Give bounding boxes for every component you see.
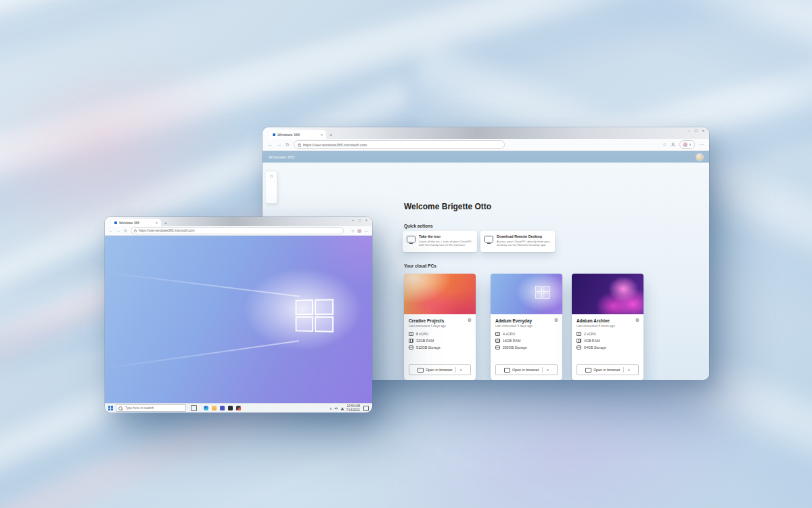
profile-avatar bbox=[683, 142, 687, 147]
tab-windows-365[interactable]: Windows 365 × bbox=[269, 130, 326, 139]
spec-list: 2 vCPU 4GB RAM 64GB Storage bbox=[577, 332, 606, 350]
profile-avatar[interactable] bbox=[357, 229, 361, 233]
file-explorer-icon[interactable] bbox=[212, 406, 217, 410]
toolbar-right: ☆ ⋯ bbox=[351, 228, 368, 233]
minimize-button[interactable]: – bbox=[688, 129, 690, 133]
cloud-pc-card: Adatum Everyday ⚙ Last connected 3 days … bbox=[491, 274, 562, 380]
quick-actions-label: Quick actions bbox=[404, 224, 433, 228]
search-input[interactable] bbox=[124, 406, 183, 410]
chevron-down-icon[interactable]: ∨ bbox=[627, 368, 630, 372]
welcome-heading: Welcome Brigette Otto bbox=[404, 202, 491, 211]
close-button[interactable]: × bbox=[365, 218, 367, 222]
tab-windows-365[interactable]: Windows 365 × bbox=[111, 219, 161, 226]
close-button[interactable]: × bbox=[702, 129, 704, 133]
cpu-value: 2 vCPU bbox=[584, 332, 596, 336]
spec-storage: 512GB Storage bbox=[409, 345, 441, 350]
clock-time: 10:54 AM bbox=[346, 404, 360, 408]
edge-icon[interactable] bbox=[204, 406, 208, 410]
quick-action-download-remote-desktop[interactable]: Download Remote Desktop Access your Clou… bbox=[480, 231, 555, 252]
storage-value: 256GB Storage bbox=[503, 345, 527, 350]
address-bar[interactable]: https://user.windows365.microsoft.com bbox=[294, 140, 505, 149]
browser-toolbar: ← → ↻ https://user.windows365.microsoft.… bbox=[263, 139, 709, 151]
gear-icon[interactable]: ⚙ bbox=[468, 318, 472, 323]
profile-chip[interactable]: ∨ bbox=[679, 140, 695, 149]
button-divider bbox=[623, 367, 624, 373]
cloud-pc-thumbnail bbox=[404, 274, 476, 314]
forward-icon[interactable]: → bbox=[116, 229, 120, 233]
start-button-icon[interactable] bbox=[108, 406, 113, 410]
url-text: https://user.windows365.microsoft.com bbox=[303, 143, 367, 147]
light-ray bbox=[105, 340, 299, 369]
cloud-pc-desktop[interactable] bbox=[105, 236, 372, 403]
volume-icon[interactable] bbox=[334, 406, 338, 410]
person-icon[interactable] bbox=[671, 142, 675, 147]
tab-title: Windows 365 bbox=[277, 133, 300, 137]
refresh-icon[interactable]: ↻ bbox=[124, 228, 127, 233]
open-in-browser-button[interactable]: Open in browser ∨ bbox=[577, 364, 639, 375]
search-icon bbox=[118, 406, 122, 410]
network-icon[interactable] bbox=[340, 406, 344, 410]
back-icon[interactable]: ← bbox=[109, 229, 113, 233]
chevron-down-icon[interactable]: ∨ bbox=[546, 368, 549, 372]
taskbar-clock[interactable]: 10:54 AM 7/14/2021 bbox=[346, 404, 360, 412]
address-bar[interactable]: https://user.windows365.microsoft.com bbox=[131, 227, 344, 234]
light-ray bbox=[105, 271, 300, 297]
taskbar-search[interactable] bbox=[116, 404, 186, 412]
new-tab-button[interactable]: + bbox=[330, 133, 332, 137]
url-text: https://user.windows365.microsoft.com bbox=[139, 229, 194, 232]
open-button-label: Open in browser bbox=[593, 368, 621, 372]
open-in-browser-button[interactable]: Open in browser ∨ bbox=[409, 364, 471, 375]
ram-icon bbox=[495, 339, 500, 343]
refresh-icon[interactable]: ↻ bbox=[286, 142, 290, 148]
maximize-button[interactable]: □ bbox=[359, 218, 361, 222]
spec-storage: 256GB Storage bbox=[495, 345, 527, 350]
spec-ram: 32GB RAM bbox=[409, 339, 441, 343]
quick-action-description: Learn all the ins + outs of your Cloud P… bbox=[419, 240, 473, 247]
favorites-star-icon[interactable]: ☆ bbox=[351, 228, 355, 233]
gear-icon[interactable]: ⚙ bbox=[554, 318, 558, 323]
tray-chevron-icon[interactable]: ∧ bbox=[330, 406, 332, 410]
account-avatar[interactable] bbox=[696, 154, 703, 161]
ram-value: 32GB RAM bbox=[416, 339, 434, 343]
store-icon[interactable] bbox=[228, 406, 233, 410]
lock-icon bbox=[298, 143, 301, 147]
open-in-browser-button[interactable]: Open in browser ∨ bbox=[495, 364, 558, 375]
portal-site-header: Windows 365 bbox=[263, 151, 709, 163]
new-tab-button[interactable]: + bbox=[164, 221, 167, 225]
lock-icon bbox=[134, 229, 137, 232]
spec-cpu: 4 vCPU bbox=[495, 332, 527, 336]
task-view-icon[interactable] bbox=[191, 405, 197, 411]
cpu-value: 8 vCPU bbox=[416, 332, 428, 336]
cloud-pc-thumbnail bbox=[572, 274, 644, 314]
spec-cpu: 8 vCPU bbox=[409, 332, 441, 336]
menu-ellipsis-icon[interactable]: ⋯ bbox=[699, 142, 704, 148]
cloud-pc-browser-window: Windows 365 × + – □ × ← → ↻ https://user… bbox=[105, 217, 372, 411]
home-icon[interactable]: ⌂ bbox=[270, 173, 273, 203]
quick-action-take-tour[interactable]: Take the tour Learn all the ins + outs o… bbox=[403, 231, 477, 252]
close-tab-icon[interactable]: × bbox=[156, 221, 158, 225]
maximize-button[interactable]: □ bbox=[695, 129, 698, 133]
window-controls: – □ × bbox=[688, 129, 704, 133]
cloud-pc-thumbnail bbox=[491, 274, 562, 314]
gear-icon[interactable]: ⚙ bbox=[635, 318, 639, 323]
chevron-down-icon[interactable]: ∨ bbox=[459, 368, 462, 372]
photos-icon[interactable] bbox=[236, 406, 241, 410]
spec-cpu: 2 vCPU bbox=[577, 332, 606, 336]
forward-icon[interactable]: → bbox=[277, 142, 281, 147]
nav-rail[interactable]: ⌂ bbox=[266, 171, 277, 204]
favorites-star-icon[interactable]: ☆ bbox=[662, 142, 667, 148]
back-icon[interactable]: ← bbox=[268, 142, 273, 147]
spec-list: 8 vCPU 32GB RAM 512GB Storage bbox=[409, 332, 441, 350]
tab-strip: Windows 365 × + – □ × bbox=[105, 217, 372, 226]
cloud-pc-name: Adatum Everyday bbox=[495, 318, 532, 323]
menu-ellipsis-icon[interactable]: ⋯ bbox=[364, 228, 368, 233]
open-button-label: Open in browser bbox=[512, 368, 539, 372]
notification-center-icon[interactable] bbox=[363, 406, 369, 411]
close-tab-icon[interactable]: × bbox=[321, 133, 323, 137]
cloud-pc-name: Adatum Archive bbox=[577, 318, 610, 323]
minimize-button[interactable]: – bbox=[352, 218, 354, 222]
scene: Windows 365 × + – □ × ← → ↻ https://user… bbox=[0, 0, 812, 508]
teams-icon[interactable] bbox=[220, 406, 225, 410]
ram-icon bbox=[577, 339, 581, 343]
quick-action-description: Access your Cloud PC directly from your … bbox=[497, 240, 551, 247]
